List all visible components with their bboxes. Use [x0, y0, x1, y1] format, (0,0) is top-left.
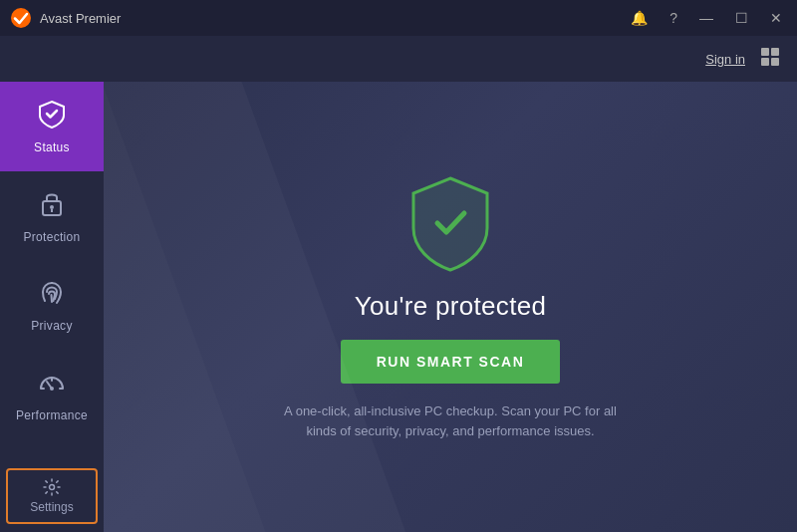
- svg-rect-1: [761, 48, 769, 56]
- protection-label: Protection: [23, 230, 80, 244]
- run-smart-scan-button[interactable]: RUN SMART SCAN: [341, 340, 561, 384]
- app-title: Avast Premier: [40, 11, 121, 26]
- sidebar-item-settings[interactable]: Settings: [6, 468, 98, 524]
- sign-in-link[interactable]: Sign in: [705, 52, 745, 67]
- main-layout: Status Protection: [0, 82, 797, 532]
- maximize-button[interactable]: ☐: [730, 9, 753, 27]
- settings-icon: [43, 478, 61, 496]
- sidebar-bottom: Settings: [0, 460, 104, 532]
- main-content: You're protected RUN SMART SCAN A one-cl…: [104, 82, 797, 532]
- sidebar-item-protection[interactable]: Protection: [0, 171, 104, 261]
- svg-rect-2: [771, 48, 779, 56]
- title-bar: Avast Premier 🔔 ? — ☐ ✕: [0, 0, 797, 36]
- sidebar-item-privacy[interactable]: Privacy: [0, 261, 104, 351]
- window-controls: 🔔 ? — ☐ ✕: [626, 8, 787, 28]
- close-button[interactable]: ✕: [765, 8, 787, 28]
- header-bar: Sign in: [0, 36, 797, 82]
- svg-point-13: [50, 485, 55, 490]
- svg-point-9: [50, 387, 54, 391]
- shield-container: You're protected RUN SMART SCAN A one-cl…: [281, 173, 620, 440]
- app-logo: Avast Premier: [10, 7, 121, 29]
- sidebar-item-status[interactable]: Status: [0, 82, 104, 171]
- svg-point-6: [50, 205, 54, 209]
- performance-label: Performance: [16, 408, 88, 422]
- status-icon: [37, 99, 67, 133]
- help-icon[interactable]: ?: [664, 9, 682, 27]
- svg-rect-4: [771, 58, 779, 66]
- sidebar: Status Protection: [0, 82, 104, 532]
- lock-icon: [38, 188, 66, 222]
- protected-text: You're protected: [355, 291, 546, 322]
- svg-rect-3: [761, 58, 769, 66]
- minimize-button[interactable]: —: [694, 9, 718, 27]
- account-icon[interactable]: [759, 46, 781, 73]
- speedometer-icon: [37, 369, 67, 400]
- privacy-label: Privacy: [31, 319, 72, 333]
- status-label: Status: [34, 140, 70, 154]
- scan-description: A one-click, all-inclusive PC checkup. S…: [281, 401, 620, 440]
- settings-label: Settings: [30, 500, 73, 514]
- fingerprint-icon: [38, 279, 66, 311]
- avast-icon: [10, 7, 32, 29]
- shield-icon: [405, 173, 495, 273]
- sidebar-item-performance[interactable]: Performance: [0, 351, 104, 440]
- bell-icon[interactable]: 🔔: [626, 9, 653, 27]
